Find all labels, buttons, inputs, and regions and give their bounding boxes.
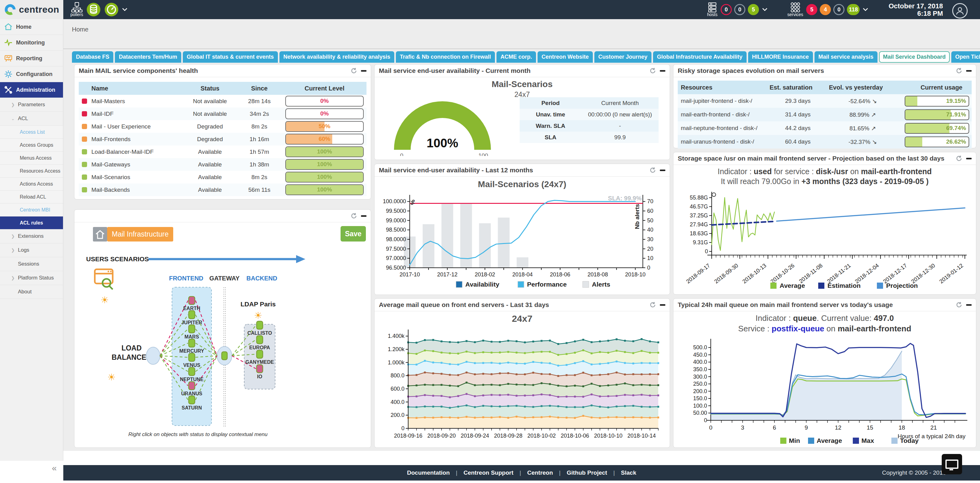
table-row[interactable]: Mail-FrontendsDegraded1h 16m60% (79, 133, 366, 145)
tab-centreon-website[interactable]: Centreon Website (538, 51, 593, 63)
table-row[interactable]: mail-jupiter-frontend - disk-/29.3 days-… (678, 94, 972, 108)
fullscreen-button[interactable] (942, 454, 962, 474)
node-mars[interactable] (189, 325, 195, 333)
node-callisto[interactable] (256, 321, 263, 329)
sidebar-item-platform-status[interactable]: ❯Platform Status (0, 271, 63, 285)
sidebar-item-menus-access[interactable]: Menus Access (0, 151, 63, 164)
minimize-icon[interactable] (660, 70, 665, 72)
sidebar-item-actions-access[interactable]: Actions Access (0, 178, 63, 191)
sidebar-item-resources-access[interactable]: Resources Access (0, 164, 63, 178)
sidebar-item-configuration[interactable]: Configuration (0, 66, 63, 82)
tab-global-infrastructure-availability[interactable]: Global Infrastructure Availability (653, 51, 746, 63)
sidebar-item-administration[interactable]: Administration (0, 82, 63, 98)
legend-swatch[interactable] (770, 282, 776, 289)
node-mercury[interactable] (189, 339, 195, 347)
legend-swatch[interactable] (582, 281, 589, 287)
refresh-icon[interactable] (350, 67, 357, 74)
sidebar-item-access-list[interactable]: Access List (0, 126, 63, 139)
centreon-logo[interactable]: centreon (0, 0, 63, 19)
table-row[interactable]: mail-uranus-frontend - disk-/60.4 days-3… (678, 135, 972, 148)
pollers-chevron-down-icon[interactable] (122, 8, 127, 11)
tab-mail-service-analysis[interactable]: Mail service analysis (815, 51, 878, 63)
hosts-status-badge[interactable]: 0 (734, 4, 745, 15)
legend-swatch[interactable] (877, 282, 883, 289)
hosts-chevron-down-icon[interactable] (762, 8, 768, 11)
refresh-icon[interactable] (350, 212, 357, 219)
legend-swatch[interactable] (456, 281, 462, 287)
tab-open-tickets[interactable]: Open Tickets (951, 51, 980, 63)
gateway-status-icon[interactable] (222, 352, 227, 360)
tab-datacenters-tem-hum[interactable]: Datacenters Tem/Hum (115, 51, 181, 63)
sidebar-item-home[interactable]: Home (0, 19, 63, 35)
footer-link-centreon-support[interactable]: Centreon Support (463, 469, 514, 476)
services-status-badge[interactable]: 118 (847, 4, 859, 15)
node-jupiter[interactable] (189, 311, 195, 319)
services-status-badge[interactable]: 4 (820, 4, 831, 15)
services-icon[interactable]: services (788, 2, 803, 17)
table-row[interactable]: Mail-BackendsAvailable56m 11s100% (79, 183, 366, 196)
legend-swatch[interactable] (818, 282, 824, 289)
tab-global-it-status-current-events[interactable]: Global IT status & current events (183, 51, 278, 63)
footer-link-documentation[interactable]: Documentation (407, 469, 450, 476)
refresh-icon[interactable] (956, 301, 963, 308)
legend-swatch[interactable] (780, 438, 786, 444)
minimize-icon[interactable] (361, 215, 366, 217)
refresh-icon[interactable] (649, 67, 656, 74)
footer-link-centreon[interactable]: Centreon (527, 469, 553, 476)
node-io[interactable] (256, 365, 263, 373)
tab-acme-corp-[interactable]: ACME corp. (496, 51, 536, 63)
sidebar-collapse-icon[interactable]: « (52, 463, 57, 473)
sidebar-item-centreon-mbi[interactable]: Centreon MBI (0, 204, 63, 217)
sidebar-item-about[interactable]: About (0, 285, 63, 299)
sidebar-item-reporting[interactable]: Reporting (0, 51, 63, 66)
node-uranus[interactable] (189, 382, 195, 390)
node-venus[interactable] (189, 353, 195, 361)
table-row[interactable]: Mail - User ExperienceDegraded8m 2s50% (79, 120, 366, 133)
footer-link-slack[interactable]: Slack (621, 469, 636, 476)
database-status-icon[interactable] (86, 2, 101, 17)
save-button[interactable]: Save (340, 226, 366, 241)
node-ganymede[interactable] (256, 350, 263, 358)
minimize-icon[interactable] (361, 70, 366, 72)
pollers-icon[interactable]: pollers (70, 2, 83, 17)
table-row[interactable]: Mail-MastersNot available28m 14s0% (79, 95, 366, 107)
node-europa[interactable] (256, 336, 263, 344)
refresh-icon[interactable] (649, 301, 656, 308)
sidebar-item-sessions[interactable]: Sessions (0, 257, 63, 271)
tab-mail-service-dashboard[interactable]: Mail Service Dashboard (879, 51, 950, 63)
node-earth[interactable] (189, 296, 195, 304)
minimize-icon[interactable] (660, 169, 665, 171)
services-status-badge[interactable]: 5 (806, 4, 817, 15)
minimize-icon[interactable] (966, 304, 972, 306)
hosts-status-badge[interactable]: 5 (748, 4, 759, 15)
table-row[interactable]: Load-Balancer-Mail-IDFAvailable1h 57m100… (79, 145, 366, 158)
tab-hillmore-insurance[interactable]: HILLMORE Insurance (748, 51, 813, 63)
services-chevron-down-icon[interactable] (863, 8, 868, 11)
footer-link-github-project[interactable]: Github Project (567, 469, 607, 476)
sidebar-item-acl-rules[interactable]: ACL rules (0, 217, 63, 230)
user-avatar-icon[interactable] (952, 3, 968, 19)
sidebar-item-access-groups[interactable]: Access Groups (0, 139, 63, 151)
refresh-icon[interactable] (956, 155, 963, 162)
minimize-icon[interactable] (660, 304, 665, 306)
poller-latency-icon[interactable] (104, 2, 119, 17)
refresh-icon[interactable] (649, 167, 656, 174)
legend-swatch[interactable] (808, 438, 814, 444)
sidebar-item-monitoring[interactable]: Monitoring (0, 35, 63, 51)
tab-customer-journey[interactable]: Customer Journey (594, 51, 651, 63)
hosts-status-badge[interactable]: 0 (721, 4, 732, 15)
table-row[interactable]: Mail-GatewaysAvailable1h 38m100% (79, 158, 366, 171)
sidebar-item-logs[interactable]: ❯Logs (0, 243, 63, 257)
table-row[interactable]: Mail-ScenariosAvailable8m 2s100% (79, 171, 366, 183)
sidebar-item-parameters[interactable]: ❯Parameters (0, 98, 63, 112)
minimize-icon[interactable] (966, 70, 972, 72)
breadcrumb[interactable]: Home (72, 26, 88, 33)
legend-swatch[interactable] (891, 438, 897, 444)
tab-trafic-nb-connection-on-firewall[interactable]: Trafic & Nb connection on Firewall (396, 51, 495, 63)
refresh-icon[interactable] (956, 67, 963, 74)
load-balancer-node[interactable] (146, 347, 160, 364)
table-row[interactable]: mail-earth-frontend - disk-/31.4 days88.… (678, 108, 972, 121)
node-saturn[interactable] (189, 396, 195, 404)
table-row[interactable]: Mail-IDFNot available34m 2s0% (79, 107, 366, 120)
tab-database-fs[interactable]: Database FS (72, 51, 113, 63)
